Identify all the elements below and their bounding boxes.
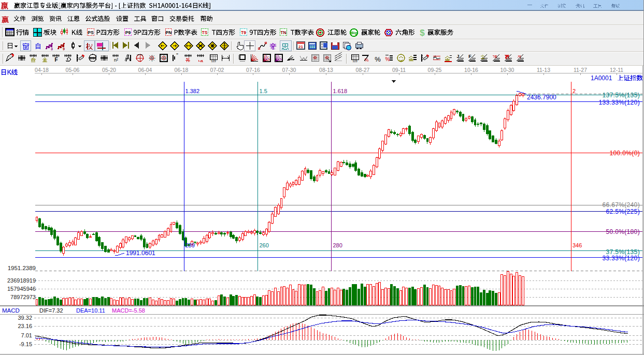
- svg-text:DIF=7.32: DIF=7.32: [39, 307, 63, 314]
- svg-text:9: 9: [63, 47, 65, 51]
- svg-text:260: 260: [260, 242, 269, 248]
- svg-text:PN: PN: [166, 30, 172, 35]
- svg-text:1.382: 1.382: [185, 88, 200, 94]
- svg-text:07-30: 07-30: [282, 67, 296, 73]
- svg-text:TS: TS: [202, 30, 208, 35]
- svg-text:23.16: 23.16: [18, 323, 32, 329]
- svg-text:MACD: MACD: [2, 307, 20, 314]
- svg-text:100.0%(0): 100.0%(0): [609, 150, 640, 157]
- svg-text:239: 239: [185, 242, 195, 248]
- svg-text:39.32: 39.32: [18, 315, 32, 321]
- svg-text:F: F: [54, 57, 58, 63]
- svg-text:": ": [176, 53, 178, 58]
- svg-text:09-25: 09-25: [428, 67, 442, 73]
- svg-text:07-02: 07-02: [210, 67, 224, 73]
- svg-text:1951.2389: 1951.2389: [8, 265, 36, 271]
- svg-text:1.5: 1.5: [260, 88, 267, 94]
- svg-text:P9: P9: [125, 30, 131, 35]
- svg-text:$: $: [420, 28, 425, 38]
- svg-text:346: 346: [573, 242, 582, 248]
- svg-text:1.618: 1.618: [333, 88, 348, 94]
- svg-text:2436.7900: 2436.7900: [527, 94, 556, 101]
- svg-text:123: 123: [352, 60, 357, 63]
- svg-text:%: %: [364, 57, 368, 63]
- svg-text:10-16: 10-16: [464, 67, 478, 73]
- svg-text:10-30: 10-30: [500, 67, 514, 73]
- svg-text:123: 123: [211, 60, 216, 63]
- svg-text:05-20: 05-20: [102, 67, 116, 73]
- svg-text:MACD=-5.58: MACD=-5.58: [112, 307, 145, 314]
- svg-text:DEA=10.11: DEA=10.11: [76, 307, 105, 314]
- svg-text:08-27: 08-27: [356, 67, 370, 73]
- svg-text:157945946: 157945946: [7, 286, 36, 292]
- svg-text:33.33%(120): 33.33%(120): [602, 255, 640, 262]
- svg-text:1A0001: 1A0001: [591, 75, 612, 82]
- svg-text:%: %: [375, 55, 381, 63]
- svg-text:Big: Big: [351, 31, 357, 35]
- svg-text:04-18: 04-18: [35, 67, 49, 73]
- svg-text:21: 21: [298, 45, 303, 49]
- svg-text:08-13: 08-13: [319, 67, 333, 73]
- svg-text:PS: PS: [88, 30, 94, 35]
- svg-text:09-11: 09-11: [392, 67, 406, 73]
- svg-text:TN: TN: [280, 30, 286, 35]
- svg-text:1991.0601: 1991.0601: [126, 249, 155, 257]
- svg-text:2: 2: [573, 88, 576, 94]
- svg-text:280: 280: [333, 242, 342, 248]
- svg-text:50.0%(180): 50.0%(180): [606, 228, 640, 235]
- svg-text:-9.15: -9.15: [19, 341, 32, 347]
- svg-text:133.33%(120): 133.33%(120): [598, 99, 640, 106]
- svg-text:07-16: 07-16: [246, 67, 260, 73]
- svg-text:06-18: 06-18: [175, 67, 189, 73]
- svg-text:11-13: 11-13: [537, 67, 550, 73]
- svg-text:06-04: 06-04: [138, 67, 152, 73]
- svg-text:7.01: 7.01: [21, 332, 32, 338]
- svg-text:%: %: [385, 56, 390, 62]
- svg-text:T9: T9: [241, 30, 246, 35]
- svg-text:05-06: 05-06: [66, 67, 80, 73]
- svg-text:62.5%(225): 62.5%(225): [606, 208, 640, 215]
- svg-text:J: J: [456, 54, 459, 59]
- svg-text:11-27: 11-27: [574, 67, 587, 73]
- svg-text:236918919: 236918919: [7, 277, 36, 284]
- svg-text:n²: n²: [114, 57, 118, 63]
- svg-text:137.5%(135): 137.5%(135): [602, 92, 640, 99]
- svg-text:78972973: 78972973: [10, 294, 36, 300]
- svg-text:3: 3: [51, 47, 53, 51]
- svg-text:12-11: 12-11: [610, 67, 623, 73]
